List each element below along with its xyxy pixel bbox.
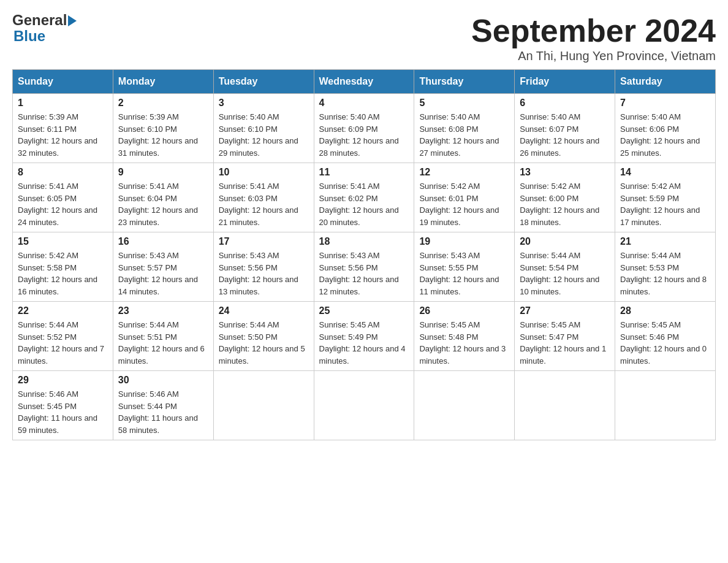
calendar-cell: 12 Sunrise: 5:42 AM Sunset: 6:01 PM Dayl…: [414, 163, 515, 232]
calendar-cell: [213, 371, 314, 440]
calendar-week-row: 29 Sunrise: 5:46 AM Sunset: 5:45 PM Dayl…: [13, 371, 716, 440]
calendar-cell: 22 Sunrise: 5:44 AM Sunset: 5:52 PM Dayl…: [13, 302, 113, 371]
day-info: Sunrise: 5:41 AM Sunset: 6:05 PM Dayligh…: [18, 180, 108, 228]
day-number: 17: [219, 236, 309, 247]
calendar-table: SundayMondayTuesdayWednesdayThursdayFrid…: [12, 69, 716, 440]
day-number: 5: [419, 98, 509, 109]
calendar-cell: 17 Sunrise: 5:43 AM Sunset: 5:56 PM Dayl…: [213, 232, 314, 302]
day-info: Sunrise: 5:40 AM Sunset: 6:10 PM Dayligh…: [219, 111, 309, 159]
day-info: Sunrise: 5:42 AM Sunset: 5:58 PM Dayligh…: [18, 250, 108, 297]
day-number: 23: [118, 305, 208, 316]
day-info: Sunrise: 5:43 AM Sunset: 5:57 PM Dayligh…: [118, 250, 208, 297]
calendar-cell: 8 Sunrise: 5:41 AM Sunset: 6:05 PM Dayli…: [13, 163, 113, 232]
calendar-cell: 11 Sunrise: 5:41 AM Sunset: 6:02 PM Dayl…: [314, 163, 414, 232]
weekday-header-tuesday: Tuesday: [213, 70, 314, 94]
location-title: An Thi, Hung Yen Province, Vietnam: [471, 49, 716, 63]
calendar-week-row: 1 Sunrise: 5:39 AM Sunset: 6:11 PM Dayli…: [13, 94, 716, 163]
day-number: 18: [319, 236, 409, 247]
calendar-cell: 25 Sunrise: 5:45 AM Sunset: 5:49 PM Dayl…: [314, 302, 414, 371]
logo-blue-text: Blue: [13, 28, 45, 44]
weekday-header-monday: Monday: [113, 70, 213, 94]
calendar-cell: 23 Sunrise: 5:44 AM Sunset: 5:51 PM Dayl…: [113, 302, 213, 371]
day-info: Sunrise: 5:46 AM Sunset: 5:44 PM Dayligh…: [118, 388, 208, 436]
day-info: Sunrise: 5:40 AM Sunset: 6:08 PM Dayligh…: [419, 111, 509, 159]
calendar-cell: 1 Sunrise: 5:39 AM Sunset: 6:11 PM Dayli…: [13, 94, 113, 163]
day-number: 12: [419, 167, 509, 178]
calendar-cell: 4 Sunrise: 5:40 AM Sunset: 6:09 PM Dayli…: [314, 94, 414, 163]
weekday-header-row: SundayMondayTuesdayWednesdayThursdayFrid…: [13, 70, 716, 94]
day-number: 11: [319, 167, 409, 178]
day-info: Sunrise: 5:45 AM Sunset: 5:48 PM Dayligh…: [419, 319, 509, 367]
title-section: September 2024 An Thi, Hung Yen Province…: [471, 12, 716, 63]
day-number: 27: [520, 305, 610, 316]
day-number: 20: [520, 236, 610, 247]
calendar-cell: 16 Sunrise: 5:43 AM Sunset: 5:57 PM Dayl…: [113, 232, 213, 302]
calendar-cell: 29 Sunrise: 5:46 AM Sunset: 5:45 PM Dayl…: [13, 371, 113, 440]
calendar-cell: 24 Sunrise: 5:44 AM Sunset: 5:50 PM Dayl…: [213, 302, 314, 371]
day-number: 6: [520, 98, 610, 109]
calendar-cell: 28 Sunrise: 5:45 AM Sunset: 5:46 PM Dayl…: [615, 302, 716, 371]
logo: General Blue: [12, 12, 77, 45]
day-info: Sunrise: 5:40 AM Sunset: 6:06 PM Dayligh…: [620, 111, 710, 159]
day-info: Sunrise: 5:44 AM Sunset: 5:53 PM Dayligh…: [620, 250, 710, 297]
calendar-cell: [314, 371, 414, 440]
calendar-week-row: 22 Sunrise: 5:44 AM Sunset: 5:52 PM Dayl…: [13, 302, 716, 371]
day-number: 3: [219, 98, 309, 109]
day-number: 4: [319, 98, 409, 109]
day-number: 29: [18, 375, 108, 386]
day-info: Sunrise: 5:41 AM Sunset: 6:03 PM Dayligh…: [219, 180, 309, 228]
weekday-header-saturday: Saturday: [615, 70, 716, 94]
day-info: Sunrise: 5:44 AM Sunset: 5:50 PM Dayligh…: [219, 319, 309, 367]
day-number: 13: [520, 167, 610, 178]
calendar-cell: 14 Sunrise: 5:42 AM Sunset: 5:59 PM Dayl…: [615, 163, 716, 232]
day-number: 19: [419, 236, 509, 247]
calendar-cell: [515, 371, 615, 440]
month-title: September 2024: [471, 12, 716, 49]
calendar-cell: 9 Sunrise: 5:41 AM Sunset: 6:04 PM Dayli…: [113, 163, 213, 232]
day-info: Sunrise: 5:44 AM Sunset: 5:52 PM Dayligh…: [18, 319, 108, 367]
calendar-cell: 21 Sunrise: 5:44 AM Sunset: 5:53 PM Dayl…: [615, 232, 716, 302]
calendar-cell: 30 Sunrise: 5:46 AM Sunset: 5:44 PM Dayl…: [113, 371, 213, 440]
day-number: 7: [620, 98, 710, 109]
day-info: Sunrise: 5:42 AM Sunset: 6:01 PM Dayligh…: [419, 180, 509, 228]
day-number: 1: [18, 98, 108, 109]
day-number: 21: [620, 236, 710, 247]
day-info: Sunrise: 5:39 AM Sunset: 6:10 PM Dayligh…: [118, 111, 208, 159]
day-info: Sunrise: 5:42 AM Sunset: 5:59 PM Dayligh…: [620, 180, 710, 228]
day-info: Sunrise: 5:45 AM Sunset: 5:46 PM Dayligh…: [620, 319, 710, 367]
logo-arrow-icon: [68, 15, 77, 26]
calendar-cell: [615, 371, 716, 440]
calendar-week-row: 15 Sunrise: 5:42 AM Sunset: 5:58 PM Dayl…: [13, 232, 716, 302]
weekday-header-sunday: Sunday: [13, 70, 113, 94]
calendar-cell: 13 Sunrise: 5:42 AM Sunset: 6:00 PM Dayl…: [515, 163, 615, 232]
weekday-header-wednesday: Wednesday: [314, 70, 414, 94]
calendar-cell: 19 Sunrise: 5:43 AM Sunset: 5:55 PM Dayl…: [414, 232, 515, 302]
day-number: 24: [219, 305, 309, 316]
day-number: 9: [118, 167, 208, 178]
page-header: General Blue September 2024 An Thi, Hung…: [12, 12, 716, 63]
calendar-cell: 3 Sunrise: 5:40 AM Sunset: 6:10 PM Dayli…: [213, 94, 314, 163]
day-info: Sunrise: 5:39 AM Sunset: 6:11 PM Dayligh…: [18, 111, 108, 159]
calendar-cell: 10 Sunrise: 5:41 AM Sunset: 6:03 PM Dayl…: [213, 163, 314, 232]
logo-general-text: General: [12, 12, 67, 28]
weekday-header-friday: Friday: [515, 70, 615, 94]
calendar-cell: 20 Sunrise: 5:44 AM Sunset: 5:54 PM Dayl…: [515, 232, 615, 302]
calendar-cell: 18 Sunrise: 5:43 AM Sunset: 5:56 PM Dayl…: [314, 232, 414, 302]
day-number: 2: [118, 98, 208, 109]
day-info: Sunrise: 5:40 AM Sunset: 6:07 PM Dayligh…: [520, 111, 610, 159]
day-number: 26: [419, 305, 509, 316]
day-info: Sunrise: 5:43 AM Sunset: 5:56 PM Dayligh…: [219, 250, 309, 297]
day-number: 15: [18, 236, 108, 247]
calendar-cell: 15 Sunrise: 5:42 AM Sunset: 5:58 PM Dayl…: [13, 232, 113, 302]
day-info: Sunrise: 5:45 AM Sunset: 5:47 PM Dayligh…: [520, 319, 610, 367]
day-number: 30: [118, 375, 208, 386]
day-info: Sunrise: 5:41 AM Sunset: 6:02 PM Dayligh…: [319, 180, 409, 228]
day-number: 10: [219, 167, 309, 178]
calendar-cell: 27 Sunrise: 5:45 AM Sunset: 5:47 PM Dayl…: [515, 302, 615, 371]
calendar-week-row: 8 Sunrise: 5:41 AM Sunset: 6:05 PM Dayli…: [13, 163, 716, 232]
calendar-cell: [414, 371, 515, 440]
day-info: Sunrise: 5:43 AM Sunset: 5:55 PM Dayligh…: [419, 250, 509, 297]
calendar-cell: 6 Sunrise: 5:40 AM Sunset: 6:07 PM Dayli…: [515, 94, 615, 163]
day-number: 25: [319, 305, 409, 316]
day-number: 14: [620, 167, 710, 178]
